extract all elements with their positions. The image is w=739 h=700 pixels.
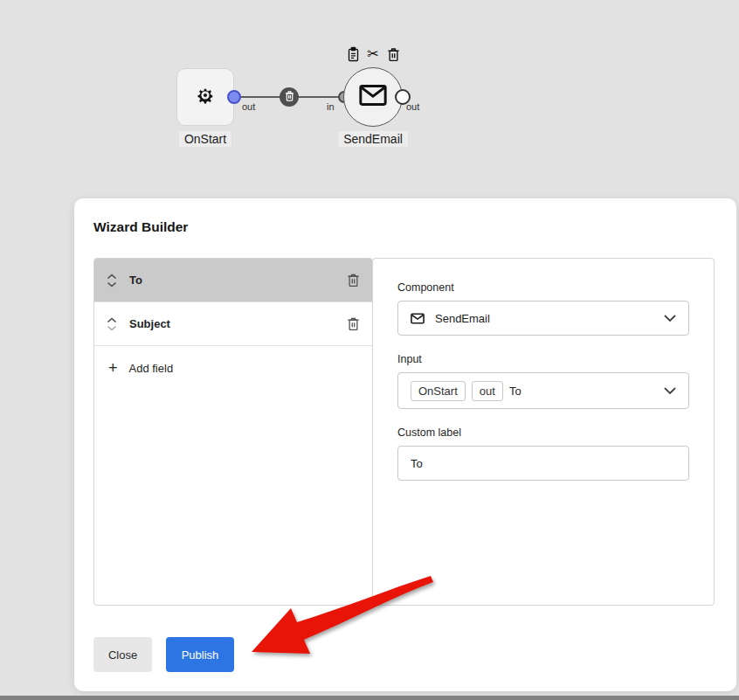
port-onstart-out[interactable] [227, 90, 241, 104]
copy-icon[interactable] [346, 46, 360, 62]
component-select[interactable]: SendEmail [397, 301, 689, 336]
chevron-down-icon[interactable] [107, 281, 117, 288]
chevron-up-icon[interactable] [107, 274, 117, 280]
trash-icon[interactable] [347, 316, 360, 331]
reorder-handle [107, 274, 117, 288]
node-onstart[interactable] [176, 68, 234, 126]
field-label: To [129, 274, 347, 287]
input-label: Input [397, 353, 689, 365]
trash-icon [285, 89, 294, 105]
input-chip-node: OnStart [411, 381, 466, 401]
component-value: SendEmail [435, 312, 490, 325]
field-row-to[interactable]: To [94, 259, 372, 302]
add-field-label: Add field [129, 362, 174, 375]
publish-button[interactable]: Publish [166, 637, 234, 672]
input-value: To [509, 385, 521, 398]
node-label-onstart: OnStart [179, 131, 231, 147]
delete-icon[interactable] [386, 46, 400, 62]
edge-delete-button[interactable] [280, 87, 299, 107]
field-row-subject[interactable]: Subject [94, 302, 372, 346]
close-button[interactable]: Close [93, 637, 152, 672]
node-label-sendemail: SendEmail [338, 131, 408, 147]
envelope-icon [411, 313, 425, 324]
chevron-down-icon [664, 387, 676, 394]
add-field-button[interactable]: + Add field [94, 346, 372, 390]
reorder-handle [107, 317, 117, 331]
component-label: Component [397, 281, 689, 294]
wizard-builder-dialog: Wizard Builder To Subject [74, 198, 736, 691]
custom-label-label: Custom label [397, 426, 689, 439]
envelope-icon [359, 84, 387, 110]
gear-icon [193, 83, 218, 111]
node-toolbar: ✂ [346, 46, 400, 62]
port-label-sendemail-out: out [406, 101, 419, 112]
trash-icon[interactable] [347, 273, 360, 288]
chevron-down-icon [664, 315, 676, 322]
dialog-actions: Close Publish [93, 637, 234, 672]
input-chip-port: out [472, 381, 503, 401]
field-label: Subject [129, 317, 347, 330]
port-label-onstart-out: out [242, 101, 255, 112]
port-label-sendemail-in: in [327, 101, 335, 112]
cut-icon[interactable]: ✂ [366, 46, 380, 62]
field-detail-panel: Component SendEmail Input OnStart out To [372, 258, 715, 606]
dialog-title: Wizard Builder [93, 219, 736, 235]
plus-icon: + [108, 359, 118, 378]
input-select[interactable]: OnStart out To [397, 372, 689, 409]
custom-label-input[interactable] [397, 446, 689, 481]
node-sendemail[interactable] [343, 67, 403, 127]
field-list: To Subject + Add field [93, 258, 373, 606]
window-bottom-edge [0, 696, 739, 700]
chevron-up-icon[interactable] [107, 317, 117, 323]
app-window: OnStart out in ✂ SendEmail out [0, 0, 739, 700]
chevron-down-icon[interactable] [107, 325, 117, 331]
